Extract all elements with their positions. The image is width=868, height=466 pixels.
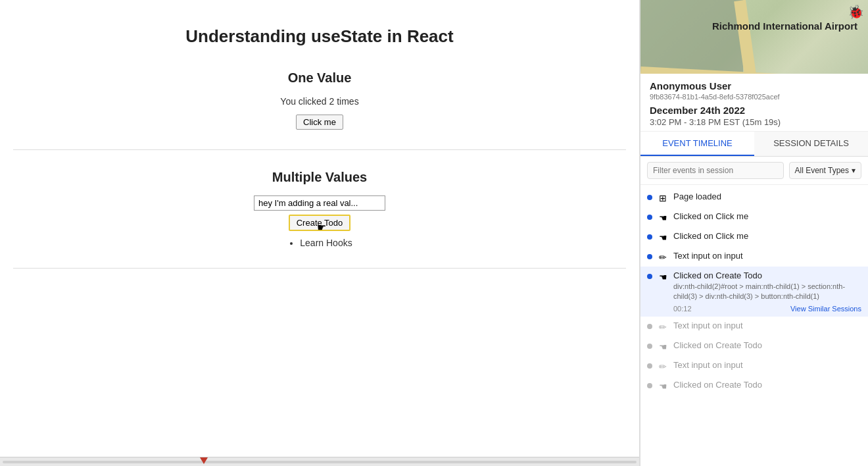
pencil-icon: ✏ bbox=[658, 361, 668, 372]
create-todo-button[interactable]: Create Todo ☛ bbox=[289, 215, 351, 231]
filter-input[interactable] bbox=[647, 162, 784, 179]
event-label: Clicked on Click me bbox=[673, 211, 861, 221]
event-content: Clicked on Click me bbox=[673, 211, 861, 221]
timeline-marker bbox=[200, 457, 208, 464]
event-dot bbox=[647, 195, 652, 200]
event-dot bbox=[647, 215, 652, 220]
event-item-create-todo-1[interactable]: ☚ Clicked on Create Todo div:nth-child(2… bbox=[640, 267, 868, 317]
page-title: Understanding useState in React bbox=[185, 26, 453, 47]
hand-icon: ☚ bbox=[658, 381, 668, 392]
multiple-values-section: Multiple Values Create Todo ☛ Learn Hook… bbox=[13, 170, 626, 269]
event-content: Page loaded bbox=[673, 192, 861, 201]
event-content: Clicked on Click me bbox=[673, 231, 861, 241]
hand-icon: ☚ bbox=[658, 272, 668, 282]
event-time: 00:12 bbox=[673, 305, 692, 313]
user-id: 9fb83674-81b1-4a5d-8efd-5378f025acef bbox=[650, 93, 859, 101]
event-type-dropdown[interactable]: All Event Types ▾ bbox=[789, 162, 862, 179]
timeline-bar[interactable] bbox=[0, 457, 639, 466]
pencil-icon: ✏ bbox=[658, 322, 668, 332]
timeline-bar-inner bbox=[3, 461, 637, 463]
multiple-values-section-title: Multiple Values bbox=[272, 170, 367, 185]
grid-icon: ⊞ bbox=[658, 193, 668, 203]
tab-event-timeline[interactable]: EVENT TIMELINE bbox=[640, 132, 754, 156]
user-name: Anonymous User bbox=[650, 80, 859, 91]
event-content: Text input on input bbox=[673, 321, 861, 330]
event-item-create-todo-3[interactable]: ☚ Clicked on Create Todo bbox=[640, 376, 868, 396]
event-content: Clicked on Create Todo div:nth-child(2)#… bbox=[673, 271, 861, 313]
hand-icon: ☚ bbox=[658, 342, 668, 352]
event-footer: 00:12 View Similar Sessions bbox=[673, 305, 861, 313]
view-similar-sessions-link[interactable]: View Similar Sessions bbox=[790, 305, 861, 313]
filter-row: All Event Types ▾ bbox=[640, 157, 868, 185]
hand-icon: ☚ bbox=[658, 232, 668, 243]
one-value-section-title: One Value bbox=[288, 70, 352, 86]
event-label: Text input on input bbox=[673, 251, 861, 261]
todo-input[interactable] bbox=[254, 195, 385, 211]
event-dot bbox=[647, 344, 652, 349]
event-item-page-loaded[interactable]: ⊞ Page loaded bbox=[640, 188, 868, 207]
chevron-down-icon: ▾ bbox=[852, 166, 856, 175]
event-label: Clicked on Create Todo bbox=[673, 340, 861, 350]
event-content: Text input on input bbox=[673, 251, 861, 261]
event-dot bbox=[647, 254, 652, 259]
event-label: Clicked on Click me bbox=[673, 231, 861, 241]
event-item-create-todo-2[interactable]: ☚ Clicked on Create Todo bbox=[640, 336, 868, 356]
event-dot bbox=[647, 363, 652, 369]
event-list: ⊞ Page loaded ☚ Clicked on Click me ☚ Cl… bbox=[640, 185, 868, 466]
event-label: Text input on input bbox=[673, 360, 861, 370]
event-label: Page loaded bbox=[673, 192, 861, 201]
one-value-section: One Value You clicked 2 times Click me bbox=[13, 70, 626, 150]
pencil-icon: ✏ bbox=[658, 252, 668, 263]
event-label: Text input on input bbox=[673, 321, 861, 330]
left-panel: Understanding useState in React One Valu… bbox=[0, 0, 640, 466]
event-item-text-input-3[interactable]: ✏ Text input on input bbox=[640, 356, 868, 376]
event-item-text-input-2[interactable]: ✏ Text input on input bbox=[640, 317, 868, 336]
event-content: Clicked on Create Todo bbox=[673, 340, 861, 350]
event-label: Clicked on Create Todo bbox=[673, 271, 861, 280]
event-content: Clicked on Create Todo bbox=[673, 380, 861, 390]
event-dot bbox=[647, 383, 652, 388]
todo-list: Learn Hooks bbox=[287, 238, 352, 248]
event-item-click-me-2[interactable]: ☚ Clicked on Click me bbox=[640, 227, 868, 247]
event-content: Text input on input bbox=[673, 360, 861, 370]
session-time: 3:02 PM - 3:18 PM EST (15m 19s) bbox=[650, 117, 859, 127]
session-date: December 24th 2022 bbox=[650, 105, 859, 116]
event-item-text-input-1[interactable]: ✏ Text input on input bbox=[640, 247, 868, 267]
event-detail: div:nth-child(2)#root > main:nth-child(1… bbox=[673, 282, 861, 302]
right-panel: Richmond International Airport 🐞 Anonymo… bbox=[640, 0, 868, 466]
todo-item: Learn Hooks bbox=[300, 238, 352, 248]
tabs-row: EVENT TIMELINE SESSION DETAILS bbox=[640, 132, 868, 157]
map-area: Richmond International Airport 🐞 Anonymo… bbox=[640, 0, 868, 132]
tab-session-details[interactable]: SESSION DETAILS bbox=[754, 132, 868, 156]
event-dot bbox=[647, 274, 652, 279]
airport-label: Richmond International Airport bbox=[712, 20, 857, 33]
hand-icon: ☚ bbox=[658, 213, 668, 223]
click-count-text: You clicked 2 times bbox=[280, 96, 358, 107]
click-me-button[interactable]: Click me bbox=[296, 115, 343, 130]
event-item-click-me-1[interactable]: ☚ Clicked on Click me bbox=[640, 207, 868, 227]
event-dot bbox=[647, 234, 652, 240]
event-dot bbox=[647, 324, 652, 329]
main-content: Understanding useState in React One Valu… bbox=[0, 0, 639, 457]
event-label: Clicked on Create Todo bbox=[673, 380, 861, 390]
bug-icon: 🐞 bbox=[848, 4, 864, 20]
user-info: Anonymous User 9fb83674-81b1-4a5d-8efd-5… bbox=[640, 74, 868, 132]
